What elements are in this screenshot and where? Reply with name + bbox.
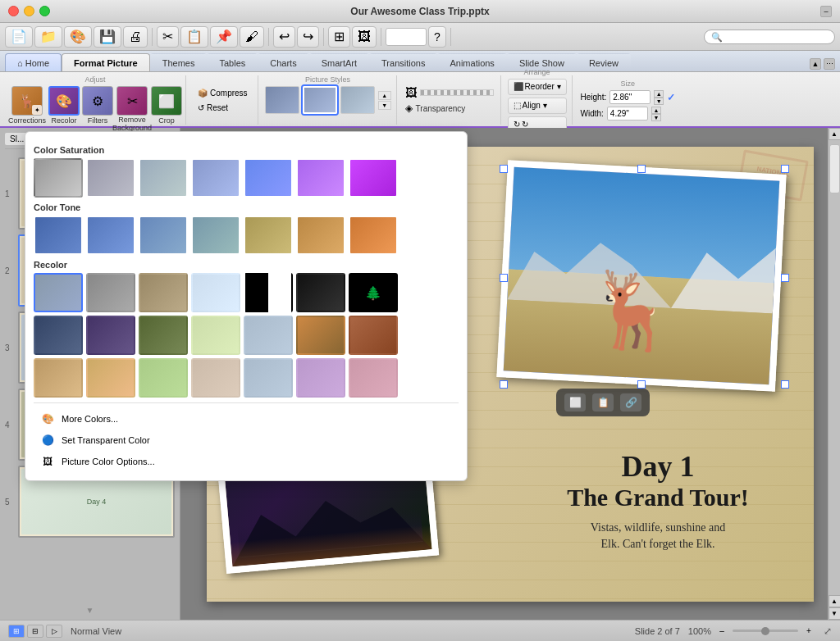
handle-bl[interactable] <box>500 380 508 389</box>
tab-format-picture[interactable]: Format Picture <box>62 53 150 71</box>
minimize-button[interactable] <box>24 6 34 16</box>
width-input[interactable] <box>607 107 648 120</box>
recolor-accent5[interactable] <box>244 358 293 398</box>
scroll-thumb[interactable] <box>829 144 840 193</box>
tab-home[interactable]: ⌂ Home <box>5 53 62 71</box>
handle-br[interactable] <box>781 380 789 389</box>
zoom-slider-track[interactable] <box>733 630 798 632</box>
scroll-down-arrow-2[interactable]: ▼ <box>829 607 841 620</box>
open-button[interactable]: 📁 <box>34 26 62 48</box>
zoom-out-button[interactable]: – <box>715 625 728 638</box>
tab-review[interactable]: Review <box>577 53 631 71</box>
saturation-300[interactable] <box>349 158 398 198</box>
recolor-accent7[interactable] <box>349 358 398 398</box>
save-button[interactable]: 💾 <box>94 26 121 48</box>
help-button[interactable]: ? <box>428 26 446 48</box>
insert-image-button[interactable]: 🖼 <box>352 26 377 48</box>
recolor-accent4[interactable] <box>191 358 240 398</box>
handle-tr[interactable] <box>781 165 789 173</box>
pic-style-1[interactable] <box>265 86 299 114</box>
recolor-light2[interactable] <box>244 316 293 355</box>
style-down-button[interactable]: ▼ <box>378 101 391 110</box>
pic-style-2[interactable] <box>303 86 337 114</box>
recolor-silhouette[interactable]: 🌲 <box>349 273 398 312</box>
crop-button[interactable]: ⬜ Crop <box>151 86 182 125</box>
handle-ml[interactable] <box>500 274 508 282</box>
recolor-light1[interactable] <box>191 316 240 355</box>
tab-charts[interactable]: Charts <box>258 53 308 71</box>
tone-cool-1[interactable] <box>34 216 83 255</box>
align-button[interactable]: ⬚ Align ▾ <box>508 98 567 114</box>
tab-transitions[interactable]: Transitions <box>369 53 437 71</box>
print-button[interactable]: 🖨 <box>123 26 148 48</box>
width-down-button[interactable]: ▼ <box>651 114 661 121</box>
scroll-down-arrow-1[interactable]: ▲ <box>829 595 841 607</box>
ribbon-collapse-button[interactable]: ▲ <box>810 58 821 70</box>
tab-themes[interactable]: Themes <box>150 53 208 71</box>
float-btn-3[interactable]: 🔗 <box>620 393 641 411</box>
tone-cool-2[interactable] <box>86 216 135 255</box>
elk-photo[interactable]: 🦌 <box>496 160 786 391</box>
picture-color-options-item[interactable]: 🖼 Picture Color Options... <box>34 451 459 472</box>
tone-warm-3[interactable] <box>349 216 398 255</box>
new-button[interactable]: 📄 <box>5 26 33 48</box>
copy-button[interactable]: 📋 <box>180 26 208 48</box>
tab-smartart[interactable]: SmartArt <box>309 53 369 71</box>
close-button[interactable] <box>8 6 19 16</box>
recolor-washout[interactable] <box>191 273 240 312</box>
insert-table-button[interactable]: ⊞ <box>328 26 350 48</box>
theme-button[interactable]: 🎨 <box>64 26 92 48</box>
recolor-dark[interactable] <box>296 273 345 312</box>
scroll-up-button[interactable]: ▲ <box>829 128 841 140</box>
cut-button[interactable]: ✂ <box>157 26 179 48</box>
height-input[interactable] <box>609 90 651 104</box>
ribbon-options-button[interactable]: ⋯ <box>824 58 835 70</box>
saturation-33[interactable] <box>86 158 135 198</box>
normal-view-button[interactable]: ⊞ <box>8 625 25 638</box>
slide-sorter-button[interactable]: ⊟ <box>27 625 43 638</box>
paste-button[interactable]: 📌 <box>210 26 238 48</box>
tab-animations[interactable]: Animations <box>437 53 506 71</box>
presenter-view-button[interactable]: ▷ <box>46 625 62 638</box>
recolor-selected[interactable] <box>34 273 83 312</box>
height-up-button[interactable]: ▲ <box>654 90 664 98</box>
zoom-slider-knob[interactable] <box>761 627 769 635</box>
recolor-accent2[interactable] <box>86 358 135 398</box>
float-btn-2[interactable]: 📋 <box>592 393 614 411</box>
saturation-200[interactable] <box>296 158 345 198</box>
float-btn-1[interactable]: ⬜ <box>564 393 586 411</box>
recolor-dark2[interactable] <box>86 316 135 355</box>
recolor-dark3[interactable] <box>139 316 188 355</box>
reset-button[interactable]: ↺ Reset <box>194 102 251 114</box>
recolor-accent1[interactable] <box>34 358 83 398</box>
recolor-duotone1[interactable] <box>296 316 345 355</box>
pic-style-3[interactable] <box>340 86 375 114</box>
saturation-100[interactable] <box>191 158 240 198</box>
recolor-accent6[interactable] <box>296 358 345 398</box>
tone-neutral[interactable] <box>191 216 240 255</box>
compress-button[interactable]: 📦 Compress <box>194 87 251 99</box>
format-paint-button[interactable]: 🖌 <box>240 26 264 48</box>
saturation-150[interactable] <box>244 158 293 198</box>
recolor-duotone2[interactable] <box>349 316 398 355</box>
vertical-scrollbar[interactable]: ▲ ▲ ▼ <box>828 128 840 620</box>
more-colors-item[interactable]: 🎨 More Colors... <box>34 408 459 430</box>
remove-background-button[interactable]: ✂ RemoveBackground <box>116 86 148 133</box>
fullscreen-button[interactable]: ⤢ <box>824 625 832 637</box>
panel-scroll-button[interactable]: ▼ <box>86 606 94 615</box>
handle-bm[interactable] <box>637 380 646 389</box>
tone-warm-2[interactable] <box>296 216 345 255</box>
undo-button[interactable]: ↩ <box>273 26 295 48</box>
recolor-sepia[interactable] <box>139 273 188 312</box>
handle-tm[interactable] <box>637 165 646 173</box>
reorder-button[interactable]: ⬛ Reorder ▾ <box>508 79 567 95</box>
zoom-input[interactable]: 100% <box>386 28 427 46</box>
maximize-button[interactable] <box>39 6 50 16</box>
search-input[interactable] <box>704 30 835 44</box>
tone-cool-3[interactable] <box>139 216 188 255</box>
tab-tables[interactable]: Tables <box>207 53 258 71</box>
handle-mr[interactable] <box>781 274 789 282</box>
collapse-button[interactable]: – <box>820 6 832 17</box>
recolor-grayscale[interactable] <box>86 273 135 312</box>
recolor-dark1[interactable] <box>34 316 83 355</box>
